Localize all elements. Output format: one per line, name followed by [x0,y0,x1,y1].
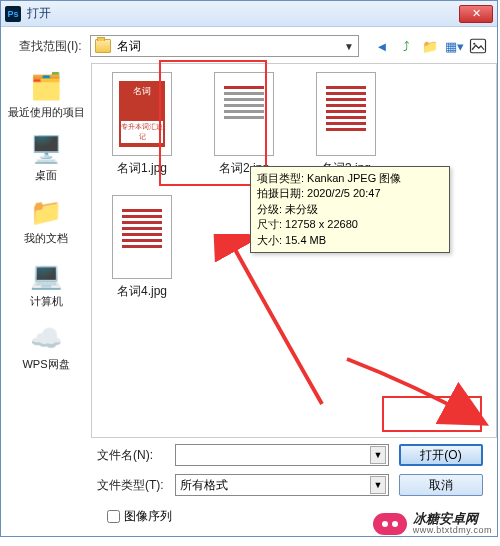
tooltip-line: 拍摄日期: 2020/2/5 20:47 [257,186,443,201]
image-sequence-checkbox[interactable] [107,510,120,523]
file-name: 名词4.jpg [117,283,167,300]
file-thumbnail [214,72,274,156]
filetype-combo[interactable]: 所有格式▼ [175,474,389,496]
places-sidebar: 🗂️ 最近使用的项目 🖥️ 桌面 📁 我的文档 💻 计算机 ☁️ WPS网盘 [1,63,91,438]
annotation-arrow-icon [212,234,332,414]
filetype-label: 文件类型(T): [97,477,165,494]
cloud-icon: ☁️ [28,321,64,355]
documents-icon: 📁 [28,195,64,229]
lookin-label: 查找范围(I): [19,38,82,55]
toolbar-icons: ◄ ⤴ 📁 ▦▾ [373,37,487,55]
cancel-button[interactable]: 取消 [399,474,483,496]
body-area: 🗂️ 最近使用的项目 🖥️ 桌面 📁 我的文档 💻 计算机 ☁️ WPS网盘 [1,63,497,438]
sidebar-item-recent[interactable]: 🗂️ 最近使用的项目 [8,69,85,120]
sidebar-label: 我的文档 [24,231,68,246]
tooltip-line: 项目类型: Kankan JPEG 图像 [257,171,443,186]
watermark: 冰糖安卓网 www.btxtdmy.com [373,512,492,536]
tooltip-line: 分级: 未分级 [257,202,443,217]
file-thumbnail [316,72,376,156]
titlebar: Ps 打开 ✕ [1,1,497,27]
watermark-url: www.btxtdmy.com [413,526,492,536]
file-tooltip: 项目类型: Kankan JPEG 图像 拍摄日期: 2020/2/5 20:4… [250,166,450,253]
sidebar-label: WPS网盘 [22,357,69,372]
close-button[interactable]: ✕ [459,5,493,23]
chevron-down-icon: ▼ [344,41,354,52]
computer-icon: 💻 [28,258,64,292]
sidebar-item-computer[interactable]: 💻 计算机 [28,258,64,309]
view-menu-icon[interactable]: ▦▾ [445,37,463,55]
recent-icon: 🗂️ [28,69,64,103]
svg-rect-0 [471,39,486,53]
sidebar-item-documents[interactable]: 📁 我的文档 [24,195,68,246]
filename-input[interactable]: ▼ [175,444,389,466]
chevron-down-icon: ▼ [370,476,386,494]
sidebar-label: 最近使用的项目 [8,105,85,120]
file-item[interactable]: 名词4.jpg [100,195,184,300]
file-item[interactable]: 名词3.jpg [304,72,388,177]
sidebar-label: 桌面 [35,168,57,183]
sidebar-item-wps[interactable]: ☁️ WPS网盘 [22,321,69,372]
thumb-title: 名词 [133,85,151,98]
ps-app-icon: Ps [5,6,21,22]
file-thumbnail [112,195,172,279]
sidebar-label: 计算机 [30,294,63,309]
image-sequence-label: 图像序列 [124,508,172,525]
chevron-down-icon: ▼ [370,446,386,464]
dialog-title: 打开 [27,5,459,22]
file-thumbnail: 名词 专升本词汇速记 [112,72,172,156]
file-item-selected[interactable]: 名词2.jpg [202,72,286,177]
sidebar-item-desktop[interactable]: 🖥️ 桌面 [28,132,64,183]
lookin-row: 查找范围(I): 名词 ▼ ◄ ⤴ 📁 ▦▾ [1,27,497,63]
svg-point-1 [473,43,475,45]
desktop-icon: 🖥️ [28,132,64,166]
back-icon[interactable]: ◄ [373,37,391,55]
thumb-band: 专升本词汇速记 [121,121,163,143]
file-item[interactable]: 名词 专升本词汇速记 名词1.jpg [100,72,184,177]
open-button[interactable]: 打开(O) [399,444,483,466]
open-dialog: Ps 打开 ✕ 查找范围(I): 名词 ▼ ◄ ⤴ 📁 ▦▾ 🗂️ 最近使用的项… [0,0,498,537]
tooltip-line: 大小: 15.4 MB [257,233,443,248]
current-folder-name: 名词 [117,38,344,55]
annotation-arrow-icon [342,354,492,434]
filetype-value: 所有格式 [180,477,228,494]
up-folder-icon[interactable]: ⤴ [397,37,415,55]
filename-label: 文件名(N): [97,447,165,464]
file-name: 名词1.jpg [117,160,167,177]
folder-icon [95,39,111,53]
lookin-combo[interactable]: 名词 ▼ [90,35,359,57]
watermark-name: 冰糖安卓网 [413,512,492,526]
filetype-row: 文件类型(T): 所有格式▼ 取消 [97,474,483,496]
adobe-dialog-icon[interactable] [469,37,487,55]
new-folder-icon[interactable]: 📁 [421,37,439,55]
tooltip-line: 尺寸: 12758 x 22680 [257,217,443,232]
file-list-pane[interactable]: 名词 专升本词汇速记 名词1.jpg 名词2.jpg [91,63,497,438]
filename-row: 文件名(N): ▼ 打开(O) [97,444,483,466]
watermark-logo-icon [373,513,407,535]
